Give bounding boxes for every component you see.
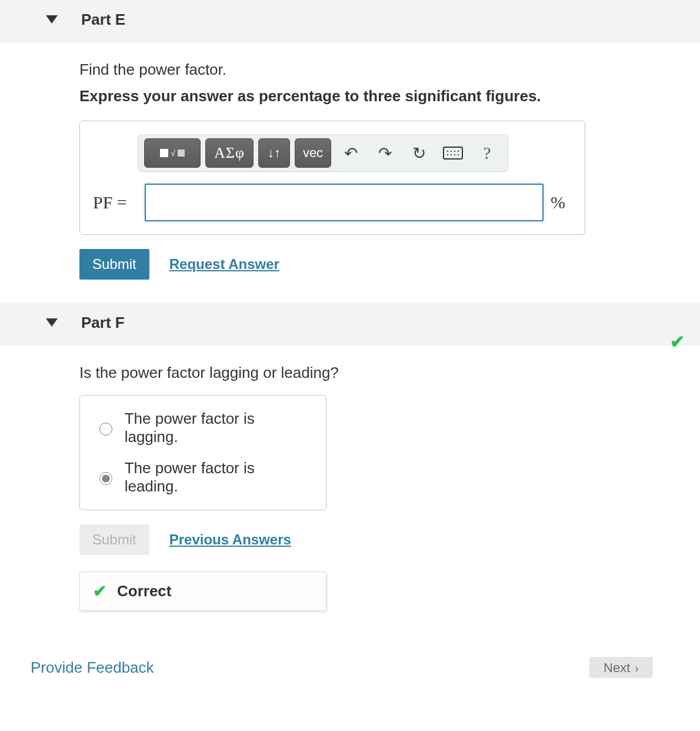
part-f-title: Part F: [81, 314, 125, 331]
submit-label: Submit: [92, 531, 136, 547]
submit-label: Submit: [92, 256, 136, 272]
caret-down-icon: [46, 11, 58, 27]
answer-input[interactable]: [145, 184, 544, 221]
templates-icon: √: [160, 148, 185, 158]
choice-option-lagging[interactable]: The power factor is lagging.: [96, 410, 309, 446]
vec-button[interactable]: vec: [295, 138, 331, 168]
templates-button[interactable]: √: [144, 138, 201, 168]
choice-option-leading[interactable]: The power factor is leading.: [96, 459, 309, 496]
provide-feedback-label: Provide Feedback: [31, 659, 154, 676]
keyboard-button[interactable]: [438, 138, 468, 168]
redo-icon: ↷: [378, 144, 392, 163]
request-answer-label: Request Answer: [169, 256, 279, 272]
provide-feedback-link[interactable]: Provide Feedback: [31, 659, 154, 677]
part-e-title: Part E: [81, 11, 125, 28]
keyboard-icon: [443, 147, 463, 160]
greek-button[interactable]: ΑΣφ: [205, 138, 254, 168]
radio-leading[interactable]: [99, 472, 112, 485]
part-e-actions: Submit Request Answer: [79, 249, 653, 280]
previous-answers-link[interactable]: Previous Answers: [169, 531, 291, 548]
part-f-header[interactable]: Part F ✔: [0, 303, 700, 346]
part-e-instruction: Express your answer as percentage to thr…: [79, 87, 653, 105]
check-icon: ✔: [93, 582, 106, 601]
next-label: Next: [604, 660, 630, 676]
toolbar-row: √ ΑΣφ ↓↑ vec ↶: [93, 134, 572, 172]
next-button[interactable]: Next ›: [589, 657, 653, 678]
help-label: ?: [483, 143, 491, 163]
part-e-body: Find the power factor. Express your answ…: [0, 43, 700, 303]
choice-label: The power factor is lagging.: [125, 410, 309, 446]
swap-button[interactable]: ↓↑: [258, 138, 290, 168]
undo-icon: ↶: [344, 144, 358, 163]
previous-answers-label: Previous Answers: [169, 531, 291, 547]
swap-icon: ↓↑: [268, 145, 281, 161]
part-e-header[interactable]: Part E: [0, 0, 700, 43]
reset-icon: ↻: [412, 144, 426, 163]
vec-label: vec: [303, 145, 323, 161]
part-f-actions: Submit Previous Answers: [79, 524, 653, 555]
reset-button[interactable]: ↻: [404, 138, 434, 168]
part-f-prompt: Is the power factor lagging or leading?: [79, 364, 653, 382]
answer-frame: √ ΑΣφ ↓↑ vec ↶: [79, 121, 585, 235]
answer-input-row: PF = %: [93, 184, 572, 221]
redo-button[interactable]: ↷: [370, 138, 399, 168]
unit-label: %: [551, 192, 572, 212]
submit-button-disabled: Submit: [79, 524, 149, 555]
undo-button[interactable]: ↶: [336, 138, 365, 168]
caret-down-icon: [46, 314, 58, 330]
footer-row: Provide Feedback Next ›: [0, 634, 700, 678]
part-f-body: Is the power factor lagging or leading? …: [0, 346, 700, 634]
part-e-prompt: Find the power factor.: [79, 61, 653, 79]
chevron-right-icon: ›: [635, 662, 639, 675]
greek-label: ΑΣφ: [214, 144, 245, 162]
equation-toolbar: √ ΑΣφ ↓↑ vec ↶: [138, 134, 508, 172]
submit-button[interactable]: Submit: [79, 249, 149, 280]
radio-lagging[interactable]: [99, 423, 112, 436]
help-button[interactable]: ?: [472, 138, 502, 168]
request-answer-link[interactable]: Request Answer: [169, 256, 279, 273]
correct-label: Correct: [117, 582, 171, 600]
variable-label: PF =: [93, 192, 138, 212]
choice-frame: The power factor is lagging. The power f…: [79, 395, 326, 510]
choice-label: The power factor is leading.: [125, 459, 309, 496]
correct-banner: ✔ Correct: [79, 571, 326, 611]
